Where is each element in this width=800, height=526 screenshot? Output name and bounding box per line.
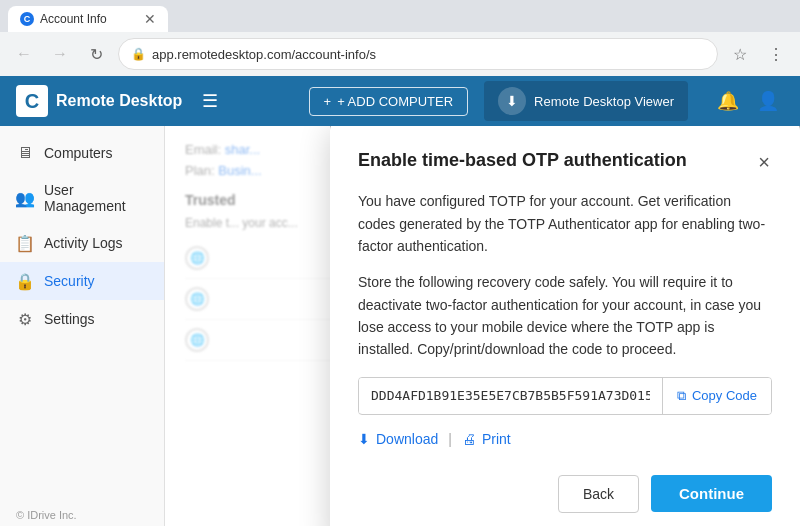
background-content: Email: shar... Plan: Busin... Trusted En… xyxy=(165,126,800,526)
email-value: shar... xyxy=(225,142,260,157)
computers-icon: 🖥 xyxy=(16,144,34,162)
viewer-button[interactable]: ⬇ Remote Desktop Viewer xyxy=(484,81,688,121)
activity-logs-icon: 📋 xyxy=(16,234,34,252)
download-label: Download xyxy=(376,431,438,447)
modal-footer: Back Continue xyxy=(358,475,772,513)
tab-close-icon[interactable]: ✕ xyxy=(144,12,156,26)
modal-paragraph2: Store the following recovery code safely… xyxy=(358,271,772,361)
refresh-button[interactable]: ↻ xyxy=(82,40,110,68)
print-icon: 🖨 xyxy=(462,431,476,447)
address-bar[interactable]: 🔒 app.remotedesktop.com/account-info/s xyxy=(118,38,718,70)
logo-area: C Remote Desktop xyxy=(16,85,182,117)
tab-title: Account Info xyxy=(40,12,138,26)
sidebar-footer: © IDrive Inc. xyxy=(0,501,165,526)
viewer-label: Remote Desktop Viewer xyxy=(534,94,674,109)
viewer-icon: ⬇ xyxy=(498,87,526,115)
hamburger-button[interactable]: ☰ xyxy=(198,86,222,116)
sidebar-label-settings: Settings xyxy=(44,311,95,327)
copy-icon: ⧉ xyxy=(677,388,686,404)
bookmark-button[interactable]: ☆ xyxy=(726,40,754,68)
plan-label: Plan: xyxy=(185,163,215,178)
user-button[interactable]: 👤 xyxy=(752,85,784,117)
browser-chrome: C Account Info ✕ ← → ↻ 🔒 app.remotedeskt… xyxy=(0,0,800,76)
logo-icon: C xyxy=(16,85,48,117)
add-computer-button[interactable]: + + ADD COMPUTER xyxy=(309,87,469,116)
modal-header: Enable time-based OTP authentication × xyxy=(358,150,772,174)
plan-value: Busin... xyxy=(218,163,261,178)
sidebar: 🖥 Computers 👥 User Management 📋 Activity… xyxy=(0,126,165,526)
sidebar-item-settings[interactable]: ⚙ Settings xyxy=(0,300,164,338)
options-button[interactable]: ⋮ xyxy=(762,40,790,68)
bell-button[interactable]: 🔔 xyxy=(712,85,744,117)
globe-icon: 🌐 xyxy=(185,287,209,311)
add-computer-label: + ADD COMPUTER xyxy=(337,94,453,109)
sidebar-label-activity-logs: Activity Logs xyxy=(44,235,123,251)
modal-actions-row: ⬇ Download | 🖨 Print xyxy=(358,427,772,451)
app-name: Remote Desktop xyxy=(56,92,182,110)
globe-icon: 🌐 xyxy=(185,328,209,352)
modal: Enable time-based OTP authentication × Y… xyxy=(330,126,800,526)
user-management-icon: 👥 xyxy=(16,189,34,207)
modal-title: Enable time-based OTP authentication xyxy=(358,150,756,171)
download-icon: ⬇ xyxy=(358,431,370,447)
logo-letter: C xyxy=(25,90,39,113)
browser-controls: ← → ↻ 🔒 app.remotedesktop.com/account-in… xyxy=(0,32,800,76)
continue-button[interactable]: Continue xyxy=(651,475,772,512)
sidebar-item-computers[interactable]: 🖥 Computers xyxy=(0,134,164,172)
modal-paragraph1: You have configured TOTP for your accoun… xyxy=(358,190,772,257)
copy-code-label: Copy Code xyxy=(692,388,757,403)
print-label: Print xyxy=(482,431,511,447)
print-link[interactable]: 🖨 Print xyxy=(462,427,511,451)
add-icon: + xyxy=(324,94,332,109)
sidebar-item-security[interactable]: 🔒 Security xyxy=(0,262,164,300)
download-link[interactable]: ⬇ Download xyxy=(358,427,438,451)
modal-body: You have configured TOTP for your accoun… xyxy=(358,190,772,361)
sidebar-item-user-management[interactable]: 👥 User Management xyxy=(0,172,164,224)
separator: | xyxy=(448,431,452,447)
address-text: app.remotedesktop.com/account-info/s xyxy=(152,47,376,62)
sidebar-label-user-management: User Management xyxy=(44,182,148,214)
tab-bar: C Account Info ✕ xyxy=(0,0,800,32)
sidebar-label-computers: Computers xyxy=(44,145,112,161)
modal-close-button[interactable]: × xyxy=(756,150,772,174)
recovery-code-input[interactable] xyxy=(359,378,662,413)
sidebar-item-activity-logs[interactable]: 📋 Activity Logs xyxy=(0,224,164,262)
app-header: C Remote Desktop ☰ + + ADD COMPUTER ⬇ Re… xyxy=(0,76,800,126)
recovery-code-row: ⧉ Copy Code xyxy=(358,377,772,415)
lock-icon: 🔒 xyxy=(131,47,146,61)
back-button[interactable]: ← xyxy=(10,40,38,68)
active-tab[interactable]: C Account Info ✕ xyxy=(8,6,168,32)
download-icon: ⬇ xyxy=(506,93,518,109)
security-icon: 🔒 xyxy=(16,272,34,290)
globe-icon: 🌐 xyxy=(185,246,209,270)
back-button[interactable]: Back xyxy=(558,475,639,513)
email-label: Email: xyxy=(185,142,221,157)
settings-icon: ⚙ xyxy=(16,310,34,328)
forward-button[interactable]: → xyxy=(46,40,74,68)
tab-favicon: C xyxy=(20,12,34,26)
modal-overlay: Enable time-based OTP authentication × Y… xyxy=(330,126,800,526)
sidebar-label-security: Security xyxy=(44,273,95,289)
copy-code-button[interactable]: ⧉ Copy Code xyxy=(662,378,771,414)
